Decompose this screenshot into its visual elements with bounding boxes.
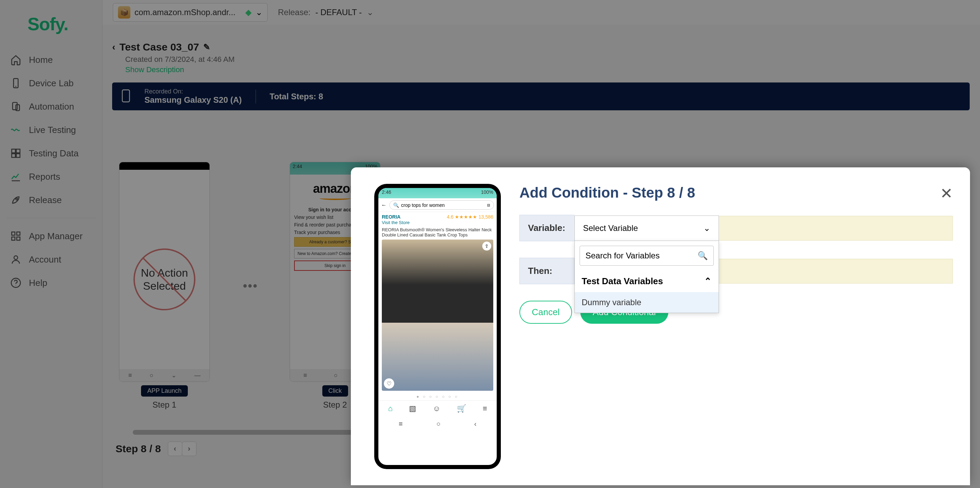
account-tab-icon: ☺	[433, 404, 440, 413]
search-icon: 🔍	[393, 203, 399, 208]
variable-search-input[interactable]: Search for Variables 🔍	[580, 246, 714, 266]
modal-phone-frame: 2:46 100% ← 🔍 crop tops for women ⧇ REOR…	[374, 184, 501, 469]
then-label: Then:	[519, 258, 574, 284]
visit-store-link: Visit the Store	[382, 220, 410, 225]
chevron-down-icon: ⌄	[703, 223, 710, 233]
status-battery: 100%	[481, 189, 493, 197]
variable-select[interactable]: Select Variable ⌄ Search for Variables 🔍…	[574, 215, 719, 241]
dropdown-option[interactable]: Dummy variable	[575, 292, 719, 313]
home-icon: ○	[436, 420, 440, 428]
variable-label: Variable:	[519, 215, 574, 241]
product-image: ⇪ ♡	[382, 239, 493, 391]
modal-form: Add Condition - Step 8 / 8 Variable: Sel…	[519, 185, 953, 324]
search-placeholder: Search for Variables	[585, 251, 660, 260]
section-label: Test Data Variables	[582, 276, 663, 287]
modal-phone-screen: 2:46 100% ← 🔍 crop tops for women ⧇ REOR…	[379, 188, 497, 465]
back-icon: ‹	[474, 420, 476, 428]
cart-tab-icon: 🛒	[457, 404, 466, 413]
product-brand: REORIA	[382, 214, 400, 220]
search-icon: 🔍	[698, 251, 708, 260]
select-placeholder: Select Variable	[583, 223, 638, 233]
camera-icon: ⧇	[487, 202, 490, 208]
image-dots: ● ○ ○ ○ ○ ○ ○	[379, 393, 497, 400]
cancel-button[interactable]: Cancel	[519, 301, 572, 324]
recents-icon: ≡	[399, 420, 403, 428]
dropdown-section-header[interactable]: Test Data Variables ⌃	[575, 271, 719, 292]
add-condition-modal: 2:46 100% ← 🔍 crop tops for women ⧇ REOR…	[351, 167, 970, 485]
back-icon: ←	[381, 202, 387, 208]
inspire-tab-icon: ▧	[409, 404, 416, 413]
menu-tab-icon: ≡	[483, 404, 487, 413]
product-rating: 4.6 ★★★★★ 13,586	[447, 214, 493, 220]
search-value: crop tops for women	[401, 203, 445, 208]
modal-title: Add Condition - Step 8 / 8	[519, 185, 953, 201]
chevron-up-icon: ⌃	[704, 276, 712, 287]
variable-row-rest	[719, 216, 953, 241]
variable-dropdown: Search for Variables 🔍 Test Data Variabl…	[574, 241, 719, 313]
share-icon: ⇪	[482, 242, 491, 250]
home-tab-icon: ⌂	[388, 404, 393, 413]
heart-icon: ♡	[384, 379, 394, 389]
product-title: REORIA Butsmooth® Women's Sleeveless Hal…	[379, 227, 497, 238]
status-time: 2:46	[382, 189, 391, 197]
